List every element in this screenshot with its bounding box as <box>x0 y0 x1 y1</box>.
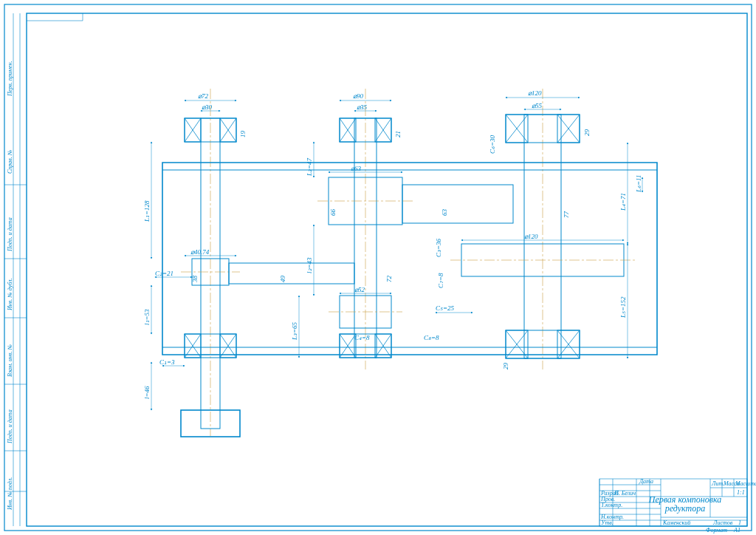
tb-title2: редуктора <box>664 503 705 514</box>
tb-date: Дата <box>639 478 653 485</box>
dim-b2: 21 <box>394 131 402 137</box>
dim-L3: L₃=65 <box>291 321 298 341</box>
strip-label: Подп. и дата <box>7 409 13 444</box>
dim-b3: 29 <box>583 129 591 137</box>
drawing-canvas: Инв. № подл. Подп. и дата Взам. инв. № И… <box>0 0 756 535</box>
dim-h77: 77 <box>563 211 570 219</box>
dim-L4: L₄=71 <box>619 193 627 211</box>
dim-d120: ⌀120 <box>528 89 542 97</box>
left-binding-strip: Инв. № подл. Подп. и дата Взам. инв. № И… <box>4 13 27 526</box>
dim-c3: C₃=36 <box>435 238 442 257</box>
tb-listov: Листов <box>712 519 733 526</box>
dim-c6: C₆=30 <box>489 134 496 154</box>
shaft-3 <box>450 115 635 358</box>
tb-listov-n: 1 <box>738 519 741 526</box>
tb-format: Формат <box>706 527 727 534</box>
dim-l2: l₂=43 <box>306 257 313 273</box>
dim-l46: l=46 <box>143 386 151 399</box>
title-block: Разраб. П. Белич Дата Пров. Т.контр. Н.к… <box>599 478 756 534</box>
svg-rect-51 <box>402 185 513 223</box>
dim-L5: L₅=152 <box>619 296 627 318</box>
dim-d35: ⌀35 <box>357 103 368 111</box>
dim-c1: C₁=3 <box>159 358 175 366</box>
inner-border <box>27 13 747 526</box>
dim-d72: ⌀72 <box>198 92 209 100</box>
mechanical-assembly: ⌀72 ⌀30 ⌀90 ⌀35 ⌀120 ⌀55 19 21 29 29 L₁=… <box>143 89 657 437</box>
strip-label: Подп. и дата <box>7 217 13 252</box>
tb-tcontr: Т.контр. <box>601 502 622 508</box>
tb-author: П. Белич <box>614 490 636 497</box>
dim-L1: L₁=128 <box>143 200 151 222</box>
strip-label: Инв. № подл. <box>7 477 13 511</box>
dim-c2: C₂=21 <box>155 270 173 277</box>
dim-c7: C₇=8 <box>437 273 444 288</box>
dim-h66: 66 <box>329 209 337 217</box>
svg-rect-50 <box>229 263 354 284</box>
dim-d4074: ⌀40.74 <box>190 248 210 256</box>
dim-h38: 38 <box>191 276 199 284</box>
outer-border <box>4 4 752 531</box>
tb-scale: 1:1 <box>737 489 745 496</box>
dim-l1: l₁=53 <box>143 309 151 325</box>
dim-d120b: ⌀120 <box>524 233 538 240</box>
dim-c5: C₅=25 <box>436 304 455 312</box>
tb-company: Каменский <box>662 519 690 526</box>
dim-d30: ⌀30 <box>202 103 213 111</box>
dim-c8: C₈=8 <box>424 334 439 341</box>
tb-lit: Лит. <box>711 480 724 487</box>
dim-L6: L₆=11 <box>635 175 642 193</box>
tb-masht: Масштаб <box>735 480 756 487</box>
tb-utv: Утв. <box>601 519 614 526</box>
dim-d55: ⌀55 <box>532 102 543 109</box>
dim-c4: C₄=8 <box>354 334 370 341</box>
dim-h72: 72 <box>385 276 393 283</box>
dim-h63: 63 <box>441 209 448 217</box>
dim-d63: ⌀63 <box>351 165 362 172</box>
strip-label: Перв. примен. <box>7 61 13 97</box>
dim-h49: 49 <box>279 276 286 283</box>
dim-d90: ⌀90 <box>353 92 364 100</box>
dim-L2: L₂=47 <box>306 157 313 177</box>
dim-b4: 29 <box>502 363 509 370</box>
strip-label: Взам. инв. № <box>7 344 13 377</box>
dim-d52: ⌀52 <box>354 286 365 293</box>
tb-format-val: A1 <box>733 527 740 534</box>
strip-label: Инв. № дубл. <box>7 278 13 311</box>
strip-label: Справ. № <box>7 149 13 174</box>
dim-b1: 19 <box>239 131 247 138</box>
